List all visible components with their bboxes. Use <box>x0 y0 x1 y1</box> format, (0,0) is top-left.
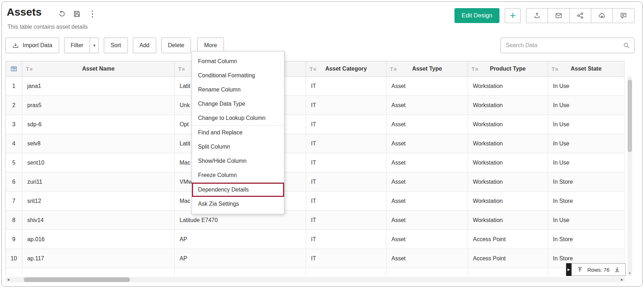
cell-asset-state[interactable]: In Store <box>548 230 625 249</box>
add-record-button[interactable]: + <box>505 8 521 23</box>
cell-asset-state[interactable]: In Store <box>548 192 625 211</box>
filter-button[interactable]: Filter <box>64 38 90 53</box>
menu-item-change-to-lookup-column[interactable]: Change to Lookup Column <box>192 111 284 125</box>
cell-asset-state[interactable]: In Use <box>548 211 625 230</box>
cell-asset-name[interactable]: jana1 <box>22 77 175 96</box>
cell-product[interactable]: AP <box>175 230 306 249</box>
cell-asset-name[interactable]: pras5 <box>22 96 175 115</box>
cell-asset-type[interactable]: Asset <box>386 249 468 268</box>
cell-asset-state[interactable]: In Use <box>548 153 625 172</box>
cell-product-type[interactable]: Workstation <box>468 77 548 96</box>
table-row[interactable]: 4 selv8 Latit IT Asset Workstation In Us… <box>6 134 625 153</box>
menu-item-freeze-column[interactable]: Freeze Column <box>192 168 284 182</box>
cell-asset-type[interactable]: Asset <box>386 96 468 115</box>
vertical-scroll-thumb[interactable] <box>628 79 632 152</box>
vertical-scrollbar[interactable]: ▼ <box>627 77 632 276</box>
cell-asset-type[interactable]: Asset <box>386 134 468 153</box>
column-header-product-type[interactable]: T≡ Product Type <box>468 61 548 77</box>
cell-product-type[interactable]: Access Point <box>468 249 548 268</box>
cell-asset-state[interactable]: In Store <box>548 172 625 192</box>
column-header-select[interactable] <box>6 61 22 77</box>
menu-item-dependency-details[interactable]: Dependency Details <box>192 183 284 197</box>
menu-item-rename-column[interactable]: Rename Column <box>192 83 284 97</box>
table-row[interactable]: 7 srit12 Mac IT Asset Workstation In Sto… <box>6 192 625 211</box>
scroll-right-button[interactable]: ▶ <box>619 277 625 282</box>
cell-asset-name[interactable]: ap.117 <box>22 249 175 268</box>
email-button[interactable] <box>548 8 570 23</box>
go-to-first-row-button[interactable] <box>576 266 584 273</box>
table-row[interactable]: 3 sdp-6 Opt IT Asset Workstation In Use <box>6 115 625 134</box>
cell-product-type[interactable]: Workstation <box>468 96 548 115</box>
cell-asset-state[interactable]: In Use <box>548 77 625 96</box>
import-data-button[interactable]: Import Data <box>5 38 59 53</box>
cell-asset-type[interactable]: Asset <box>386 153 468 172</box>
go-to-last-row-button[interactable] <box>613 266 621 273</box>
delete-button[interactable]: Delete <box>161 38 191 53</box>
refresh-button[interactable] <box>58 10 66 18</box>
menu-item-format-column[interactable]: Format Column <box>192 54 284 68</box>
cell-asset-category[interactable]: IT <box>306 115 386 134</box>
scroll-left-button[interactable]: ◀ <box>5 277 11 282</box>
cell-asset-state[interactable]: In Use <box>548 115 625 134</box>
column-header-asset-state[interactable]: T≡ Asset State <box>548 61 625 77</box>
cell-asset-name[interactable]: sent10 <box>22 153 175 172</box>
search-input[interactable] <box>501 42 623 49</box>
table-row[interactable]: 2 pras5 Unk IT Asset Workstation In Use <box>6 96 625 115</box>
cell-product-type[interactable]: Workstation <box>468 134 548 153</box>
filter-dropdown-button[interactable]: ▾ <box>90 38 99 53</box>
cell-asset-type[interactable]: Asset <box>386 172 468 192</box>
menu-item-ask-zia-settings[interactable]: Ask Zia Settings <box>192 197 284 211</box>
cell-asset-state[interactable]: In Use <box>548 134 625 153</box>
cell-asset-name[interactable]: shiv14 <box>22 211 175 230</box>
save-button[interactable] <box>73 10 81 18</box>
cell-asset-type[interactable]: Asset <box>386 192 468 211</box>
cell-asset-category[interactable]: IT <box>306 134 386 153</box>
table-row[interactable]: 1 jana1 Latit IT Asset Workstation In Us… <box>6 77 625 96</box>
menu-item-change-data-type[interactable]: Change Data Type <box>192 97 284 111</box>
table-row[interactable]: 5 sent10 Mac IT Asset Workstation In Use <box>6 153 625 172</box>
cell-asset-category[interactable]: IT <box>306 249 386 268</box>
cell-asset-name[interactable]: zuri11 <box>22 172 175 192</box>
cell-asset-name[interactable]: selv8 <box>22 134 175 153</box>
column-header-asset-name[interactable]: T≡ Asset Name <box>22 61 175 77</box>
cell-asset-category[interactable]: IT <box>306 192 386 211</box>
column-header-asset-type[interactable]: T≡ Asset Type <box>386 61 468 77</box>
table-row[interactable]: 9 ap.016 AP IT Asset Access Point In Sto… <box>6 230 625 249</box>
table-row[interactable]: 6 zuri11 VMw IT Asset Workstation In Sto… <box>6 172 625 192</box>
cell-product-type[interactable]: Workstation <box>468 192 548 211</box>
kebab-menu-button[interactable]: ⋮ <box>87 10 97 18</box>
cell-asset-category[interactable]: IT <box>306 96 386 115</box>
cell-asset-state[interactable]: In Use <box>548 96 625 115</box>
menu-item-show-hide-column[interactable]: Show/Hide Column <box>192 154 284 168</box>
cell-product-type[interactable]: Access Point <box>468 230 548 249</box>
menu-item-find-and-replace[interactable]: Find and Replace <box>192 126 284 140</box>
sort-button[interactable]: Sort <box>104 38 128 53</box>
cell-asset-category[interactable]: IT <box>306 153 386 172</box>
cell-product[interactable]: AP <box>175 249 306 268</box>
cell-asset-name[interactable]: srit12 <box>22 192 175 211</box>
horizontal-scroll-thumb[interactable] <box>24 277 130 282</box>
cell-asset-category[interactable]: IT <box>306 211 386 230</box>
horizontal-scrollbar[interactable]: ◀ ▶ <box>5 277 625 282</box>
cloud-upload-button[interactable] <box>591 8 613 23</box>
cell-asset-type[interactable]: Asset <box>386 77 468 96</box>
export-button[interactable] <box>526 8 548 23</box>
cell-asset-name[interactable]: ap.016 <box>22 230 175 249</box>
scroll-down-button[interactable]: ▼ <box>627 270 632 276</box>
add-button[interactable]: Add <box>133 38 156 53</box>
cell-product-type[interactable]: Workstation <box>468 211 548 230</box>
menu-item-conditional-formatting[interactable]: Conditional Formatting <box>192 68 284 83</box>
edit-design-button[interactable]: Edit Design <box>454 8 499 23</box>
cell-asset-type[interactable]: Asset <box>386 230 468 249</box>
column-header-asset-category[interactable]: T≡ Asset Category <box>306 61 386 77</box>
rows-control-collapse-tab[interactable]: ▶ <box>566 263 571 276</box>
comment-button[interactable] <box>612 8 634 23</box>
cell-asset-category[interactable]: IT <box>306 77 386 96</box>
share-button[interactable] <box>569 8 591 23</box>
table-row[interactable]: 8 shiv14 Latitude E7470 IT Asset Worksta… <box>6 211 625 230</box>
cell-asset-name[interactable]: sdp-6 <box>22 115 175 134</box>
table-row[interactable]: 10 ap.117 AP IT Asset Access Point In St… <box>6 249 625 268</box>
cell-asset-category[interactable]: IT <box>306 230 386 249</box>
cell-asset-type[interactable]: Asset <box>386 115 468 134</box>
cell-asset-type[interactable]: Asset <box>386 211 468 230</box>
